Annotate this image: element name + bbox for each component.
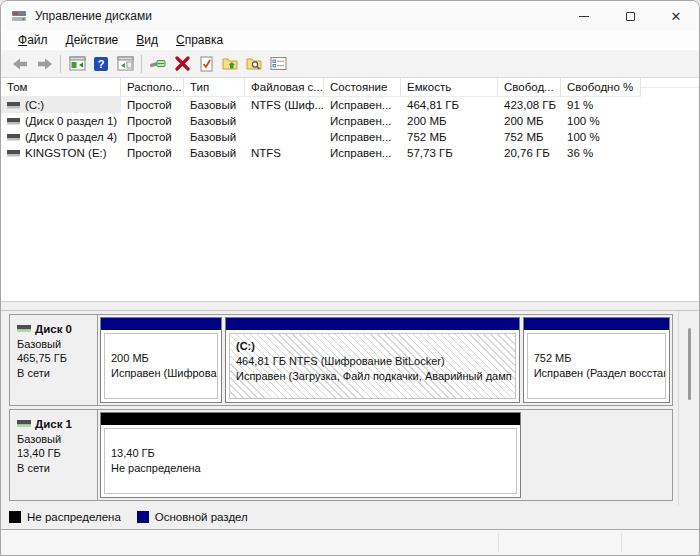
volume-free: 20,76 ГБ [498,145,561,161]
partition-c-selected[interactable]: (C:) 464,81 ГБ NTFS (Шифрование BitLocke… [225,317,520,403]
help-icon[interactable]: ? [89,52,113,76]
menu-action[interactable]: Действие [57,31,128,50]
status-bar [1,530,699,555]
volume-row-disk0-part1[interactable]: (Диск 0 раздел 1) Простой Базовый Исправ… [1,113,699,129]
volume-name: (Диск 0 раздел 4) [25,129,117,145]
volume-layout: Простой [121,129,184,145]
disk-name: Диск 0 [35,322,72,337]
forward-icon[interactable] [32,52,56,76]
volume-capacity: 464,81 ГБ [401,97,498,113]
partition-status: Не распределена [111,461,514,476]
disk-icon [17,420,31,428]
column-header-status[interactable]: Состояние [324,78,401,97]
volume-free-pct: 36 % [561,145,641,161]
volume-free: 752 МБ [498,129,561,145]
column-header-capacity[interactable]: Емкость [401,78,498,97]
volume-capacity: 57,73 ГБ [401,145,498,161]
column-header-volume[interactable]: Том [1,78,121,97]
disk1-label-panel[interactable]: Диск 1 Базовый 13,40 ГБ В сети [10,410,98,500]
properties-check-icon[interactable] [194,52,218,76]
partition-efi[interactable]: 200 МБ Исправен (Шифрова [100,317,222,403]
volume-name: (Диск 0 раздел 1) [25,113,117,129]
partition-size: 752 МБ [534,351,663,366]
open-folder-icon[interactable] [218,52,242,76]
back-icon[interactable] [8,52,32,76]
disk-icon [17,325,31,333]
volume-fs [245,129,324,145]
title-bar: Управление дисками ✕ [1,1,699,31]
disk-management-window: Управление дисками ✕ Файл Действие Вид С… [0,0,700,556]
volume-free: 200 МБ [498,113,561,129]
volume-status: Исправен... [324,113,401,129]
disk-size: 13,40 ГБ [17,446,95,461]
status-bar-divider [498,533,499,552]
volume-fs [245,113,324,129]
toolbar-separator [60,55,61,73]
partition-title: (C:) [236,339,513,354]
disk-name: Диск 1 [35,417,72,432]
legend-label: Основной раздел [155,511,248,523]
column-header-free[interactable]: Свобод... [498,78,561,97]
volume-free-pct: 100 % [561,113,641,129]
volume-fs: NTFS [245,145,324,161]
column-header-filesystem[interactable]: Файловая с... [245,78,324,97]
minimize-button[interactable] [561,1,607,31]
explore-folder-icon[interactable] [242,52,266,76]
console-tree-icon[interactable] [65,52,89,76]
disk-management-app-icon [11,8,27,24]
volume-free: 423,08 ГБ [498,97,561,113]
volume-free-pct: 100 % [561,129,641,145]
menu-view[interactable]: Вид [127,31,167,50]
pane-splitter[interactable] [1,301,699,311]
volume-name: (C:) [25,97,44,113]
column-header-free-pct[interactable]: Свободно % [561,78,641,97]
maximize-button[interactable] [607,1,653,31]
volume-icon [7,149,20,158]
vertical-scrollbar[interactable] [678,311,699,505]
disk-status: В сети [17,461,95,476]
volume-type: Базовый [184,97,245,113]
volume-row-c[interactable]: (C:) Простой Базовый NTFS (Шиф... Исправ… [1,97,699,113]
volume-capacity: 752 МБ [401,129,498,145]
volume-fs: NTFS (Шиф... [245,97,324,113]
disk0-label-panel[interactable]: Диск 0 Базовый 465,75 ГБ В сети [10,315,98,405]
legend-label: Не распределена [27,511,121,523]
partition-unallocated[interactable]: 13,40 ГБ Не распределена [100,412,521,498]
partition-status: Исправен (Раздел восстано [534,366,663,381]
partition-size: 200 МБ [111,351,215,366]
disk-status: В сети [17,366,95,381]
close-button[interactable]: ✕ [653,1,699,31]
menu-bar: Файл Действие Вид Справка [1,31,699,50]
volume-type: Базовый [184,129,245,145]
legend-item-primary: Основной раздел [137,511,248,523]
volume-layout: Простой [121,97,184,113]
action-pane-icon[interactable] [113,52,137,76]
volume-capacity: 200 МБ [401,113,498,129]
legend-swatch-primary [137,511,149,523]
column-header-layout[interactable]: Располо... [121,78,184,97]
disk1-row: Диск 1 Базовый 13,40 ГБ В сети 13,40 ГБ … [9,409,673,501]
partition-color-bar [101,318,221,330]
scrollbar-thumb[interactable] [688,328,691,400]
column-header-type[interactable]: Тип [184,78,245,97]
disk-tool-icon[interactable] [146,52,170,76]
volume-row-kingston[interactable]: KINGSTON (E:) Простой Базовый NTFS Испра… [1,145,699,161]
menu-file[interactable]: Файл [9,31,57,50]
menu-help[interactable]: Справка [167,31,232,50]
partition-recovery[interactable]: 752 МБ Исправен (Раздел восстано [523,317,670,403]
graphical-view-pane: Диск 0 Базовый 465,75 ГБ В сети 200 МБ И… [1,311,699,505]
partition-color-bar [524,318,669,330]
volume-row-disk0-part4[interactable]: (Диск 0 раздел 4) Простой Базовый Исправ… [1,129,699,145]
volume-status: Исправен... [324,129,401,145]
partition-status: Исправен (Загрузка, Файл подкачки, Авари… [236,369,513,384]
partition-size: 464,81 ГБ NTFS (Шифрование BitLocker) [236,354,513,369]
volume-table-header: Том Располо... Тип Файловая с... Состоян… [1,78,699,97]
volume-layout: Простой [121,113,184,129]
disk-type: Базовый [17,337,95,352]
details-icon[interactable] [266,52,290,76]
delete-volume-icon[interactable] [170,52,194,76]
window-title: Управление дисками [35,9,561,23]
legend-item-unallocated: Не распределена [9,511,121,523]
volume-name: KINGSTON (E:) [25,145,107,161]
partition-color-bar [226,318,519,330]
